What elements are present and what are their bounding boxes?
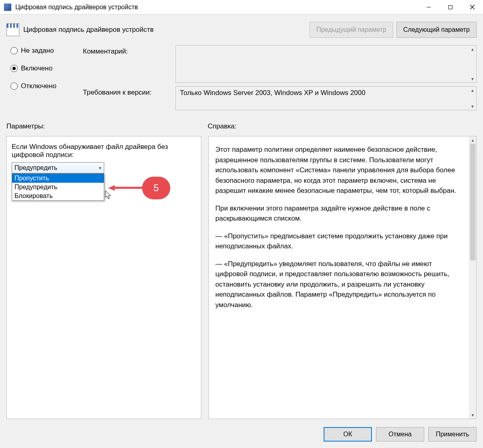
panels: Если Windows обнаруживает файл драйвера … [0, 132, 483, 422]
radio-disabled[interactable]: Отключено [10, 82, 83, 90]
annotation-number: 5 [153, 182, 159, 194]
radio-icon [10, 47, 18, 54]
dropdown-item-block[interactable]: Блокировать [12, 192, 104, 200]
comment-label: Комментарий: [83, 45, 175, 83]
previous-setting-button: Предыдущий параметр [310, 22, 393, 38]
signing-action-combobox[interactable]: Предупредить ▾ [12, 162, 104, 173]
scroll-down-icon[interactable]: ▼ [469, 411, 476, 419]
help-panel: Этот параметр политики определяет наимен… [208, 136, 477, 419]
window-title: Цифровая подпись драйверов устройств [15, 4, 138, 11]
minimize-button[interactable] [418, 0, 440, 14]
radio-icon [10, 65, 18, 72]
help-paragraph: Этот параметр политики определяет наимен… [215, 145, 465, 196]
combo-wrap: Предупредить ▾ Пропустить Предупредить Б… [12, 162, 104, 173]
options-panel: Если Windows обнаруживает файл драйвера … [6, 136, 201, 419]
requirements-textbox: Только Windows Server 2003, Windows XP и… [175, 86, 477, 110]
header: Цифровая подпись драйверов устройств Пре… [0, 14, 483, 42]
requirements-label: Требования к версии: [83, 86, 175, 110]
options-prompt: Если Windows обнаруживает файл драйвера … [12, 143, 196, 159]
cursor-icon [105, 190, 112, 200]
ok-button[interactable]: ОК [324, 427, 372, 442]
help-paragraph: — «Предупредить» уведомляет пользователя… [215, 259, 465, 310]
scroll-up-icon[interactable]: ▲ [469, 136, 476, 144]
comment-textbox[interactable]: ▲ ▼ [175, 45, 477, 83]
upper-section: Не задано Включено Отключено Комментарий… [0, 42, 483, 116]
radio-label: Не задано [21, 47, 54, 55]
annotation-callout: 5 [108, 177, 170, 199]
radio-label: Отключено [21, 82, 56, 90]
app-icon [4, 4, 11, 11]
combo-dropdown: Пропустить Предупредить Блокировать [12, 173, 104, 201]
annotation-bubble: 5 [142, 177, 170, 199]
close-button[interactable] [461, 0, 483, 14]
svg-rect-1 [449, 5, 452, 9]
scroll-down-icon[interactable]: ▼ [469, 103, 476, 110]
scrollbar-thumb[interactable] [470, 144, 475, 260]
radio-icon [10, 83, 18, 90]
next-setting-button[interactable]: Следующий параметр [396, 22, 477, 38]
cancel-button[interactable]: Отмена [376, 427, 424, 442]
help-section-label: Справка: [208, 122, 236, 130]
titlebar: Цифровая подпись драйверов устройств [0, 0, 483, 14]
options-section-label: Параметры: [6, 122, 208, 130]
maximize-button[interactable] [440, 0, 461, 14]
radio-not-configured[interactable]: Не задано [10, 47, 83, 55]
combo-selected-value: Предупредить [14, 164, 57, 171]
radio-enabled[interactable]: Включено [10, 64, 83, 72]
radio-label: Включено [21, 64, 52, 72]
policy-name: Цифровая подпись драйверов устройств [23, 26, 154, 34]
help-paragraph: — «Пропустить» предписывает системе прод… [215, 231, 465, 252]
scroll-down-icon[interactable]: ▼ [469, 75, 476, 83]
policy-icon [6, 23, 19, 36]
scroll-up-icon[interactable]: ▲ [469, 87, 476, 94]
window: Цифровая подпись драйверов устройств Циф… [0, 0, 483, 448]
state-radio-group: Не задано Включено Отключено [10, 45, 83, 114]
dropdown-item-skip[interactable]: Пропустить [12, 174, 104, 183]
scroll-up-icon[interactable]: ▲ [469, 45, 476, 53]
apply-button[interactable]: Применить [428, 427, 477, 442]
section-labels: Параметры: Справка: [0, 116, 483, 132]
dropdown-item-warn[interactable]: Предупредить [12, 183, 104, 192]
chevron-down-icon: ▾ [99, 165, 101, 171]
requirements-value: Только Windows Server 2003, Windows XP и… [180, 89, 365, 97]
footer: ОК Отмена Применить [0, 422, 483, 448]
annotation-arrow [108, 186, 143, 190]
help-paragraph: При включении этого параметра задайте ну… [215, 203, 465, 224]
help-scrollbar[interactable]: ▲ ▼ [469, 136, 476, 419]
